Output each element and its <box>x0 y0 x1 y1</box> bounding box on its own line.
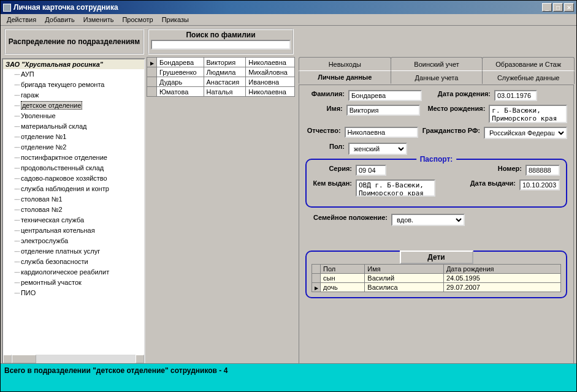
tab[interactable]: Служебные данные <box>482 70 575 84</box>
children-group: Дети ПолИмяДата рождениясынВасилий24.05.… <box>305 251 567 298</box>
input-passport-series[interactable] <box>356 165 386 176</box>
input-passport-issuedate[interactable] <box>519 179 560 190</box>
input-dob[interactable] <box>494 90 537 101</box>
children-grid[interactable]: ПолИмяДата рождениясынВасилий24.05.1995д… <box>311 264 561 292</box>
tree-item[interactable]: ПИО <box>14 288 144 298</box>
input-passport-issuedby[interactable] <box>356 179 435 197</box>
menubar: Действия Добавить Изменить Просмотр Прик… <box>1 14 576 26</box>
label-patronymic: Отчество: <box>305 127 341 134</box>
tree-item[interactable]: материальный склад <box>14 121 144 132</box>
label-passport-issuedate: Дата выдачи: <box>470 179 516 187</box>
tree-item[interactable]: продовольственный склад <box>14 163 144 173</box>
tree-item[interactable]: АУП <box>14 69 144 80</box>
tree-item[interactable]: отделение №1 <box>14 132 144 142</box>
titlebar: Личная карточка сотрудника _ □ ✕ <box>1 1 576 14</box>
tree-item[interactable]: садово-парковое хозяйство <box>14 173 144 184</box>
menu-item[interactable]: Просмотр <box>118 15 156 24</box>
tree-item[interactable]: столовая №1 <box>14 194 144 205</box>
table-row[interactable]: БондареваВикторияНиколаевна <box>147 58 295 67</box>
tree-item[interactable]: столовая №2 <box>14 205 144 215</box>
label-dob: Дата рождения: <box>426 90 491 97</box>
tree-item[interactable]: служба наблюдения и контр <box>14 184 144 194</box>
passport-group: Паспорт: Серия: Номер: Кем выдан: Дата в… <box>305 159 567 208</box>
label-sex: Пол: <box>305 143 345 150</box>
menu-item[interactable]: Изменить <box>80 15 118 24</box>
tree-item[interactable]: ремонтный участок <box>14 277 144 288</box>
tree-item[interactable]: бригада текущего ремонта <box>14 80 144 90</box>
input-patronymic[interactable] <box>345 127 418 138</box>
tab[interactable]: Данные учета <box>391 70 483 84</box>
table-row[interactable]: ДударьАнастасияИвановна <box>147 77 295 87</box>
search-panel: Поиск по фамилии <box>148 29 294 55</box>
table-row[interactable]: ЮматоваНатальяНиколаевна <box>147 87 295 97</box>
app-icon <box>3 4 11 12</box>
table-row[interactable]: дочьВасилиса29.07.2007 <box>312 283 561 292</box>
label-citizenship: Гражданство РФ: <box>422 127 480 134</box>
tree-item[interactable]: центральная котельная <box>14 225 144 236</box>
label-firstname: Имя: <box>305 105 343 112</box>
scroll-left-button[interactable] <box>3 355 12 363</box>
select-sex[interactable]: женский <box>348 143 407 155</box>
input-firstname[interactable] <box>346 105 420 116</box>
maximize-button[interactable]: □ <box>553 3 563 12</box>
close-button[interactable]: ✕ <box>564 3 574 12</box>
menu-item[interactable]: Действия <box>3 15 40 24</box>
tree-item[interactable]: служба безопасности <box>14 257 144 267</box>
tree-root[interactable]: ЗАО "Хрустальная росинка" <box>3 59 144 69</box>
menu-item[interactable]: Добавить <box>41 15 78 24</box>
tab[interactable]: Образование и Стаж <box>482 57 575 70</box>
children-button[interactable]: Дети <box>400 251 473 264</box>
form-personal-data: Фамилия: Дата рождения: Имя: Место рожде… <box>299 85 574 365</box>
input-passport-number[interactable] <box>525 165 560 176</box>
status-bar: Всего в подразделении "детское отделение… <box>1 363 576 391</box>
tree-item[interactable]: техническая служба <box>14 215 144 225</box>
select-marital[interactable]: вдов. <box>391 214 465 226</box>
tree-item[interactable]: гараж <box>14 90 144 100</box>
label-passport-number: Номер: <box>498 165 522 172</box>
tree-item[interactable]: электрослужба <box>14 236 144 246</box>
input-pob[interactable] <box>489 105 567 123</box>
window-title: Личная карточка сотрудника <box>13 3 542 12</box>
search-input[interactable] <box>151 40 291 50</box>
tree-item[interactable]: Уволенные <box>14 111 144 121</box>
scroll-thumb[interactable] <box>12 355 36 363</box>
tab[interactable]: Личные данные <box>299 70 391 84</box>
tabs: НевыходыВоинский учетОбразование и Стаж … <box>299 57 574 84</box>
label-passport-issuedby: Кем выдан: <box>313 179 352 187</box>
employee-grid[interactable]: БондареваВикторияНиколаевнаГрушевенкоЛюд… <box>147 57 295 97</box>
tree-view[interactable]: ЗАО "Хрустальная росинка" АУПбригада тек… <box>2 58 145 364</box>
tree-item[interactable]: кардиологическое реабилит <box>14 267 144 277</box>
tree-item[interactable]: отделение платных услуг <box>14 246 144 257</box>
tree-item[interactable]: постинфарктное отделение <box>14 153 144 163</box>
horizontal-scrollbar[interactable] <box>3 355 144 363</box>
tab[interactable]: Невыходы <box>299 57 391 70</box>
table-row[interactable]: сынВасилий24.05.1995 <box>312 274 561 283</box>
tree-item[interactable]: детское отделение <box>14 100 144 111</box>
menu-item[interactable]: Приказы <box>158 15 193 24</box>
input-lastname[interactable] <box>348 90 422 101</box>
label-lastname: Фамилия: <box>305 90 345 97</box>
label-marital: Семейное положение: <box>305 214 388 221</box>
label-passport-series: Серия: <box>313 165 352 172</box>
passport-legend: Паспорт: <box>416 155 457 164</box>
minimize-button[interactable]: _ <box>542 3 552 12</box>
tab[interactable]: Воинский учет <box>391 57 483 70</box>
window: Личная карточка сотрудника _ □ ✕ Действи… <box>0 0 577 392</box>
search-label: Поиск по фамилии <box>186 30 255 40</box>
scroll-right-button[interactable] <box>136 355 144 363</box>
table-row[interactable]: ГрушевенкоЛюдмилаМихайловна <box>147 67 295 77</box>
label-pob: Место рождения: <box>424 105 486 112</box>
select-citizenship[interactable]: Российская Федерация <box>484 127 567 139</box>
tree-item[interactable]: отделение №2 <box>14 142 144 153</box>
tree-header: Распределение по подразделениям <box>4 29 144 55</box>
